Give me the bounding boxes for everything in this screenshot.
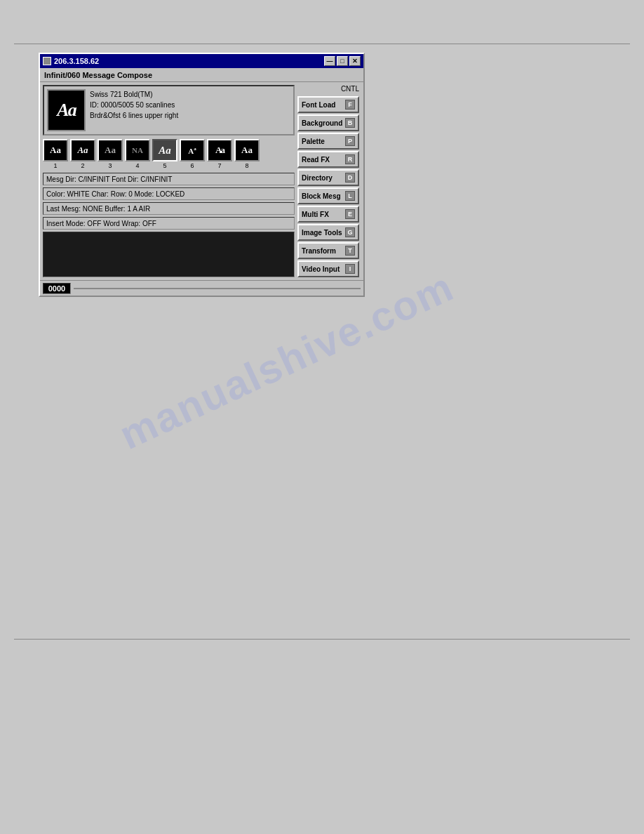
left-panel: Aa Swiss 721 Bold(TM) ID: 0000/5005 50 s… xyxy=(43,85,295,277)
font-load-button[interactable]: Font Load F xyxy=(297,96,359,113)
font-style-4[interactable]: NA 4 xyxy=(125,139,150,169)
font-style-box-6[interactable]: Aa xyxy=(180,139,205,161)
last-mesg-buffer-row: Last Mesg: NONE Buffer: 1 A AIR xyxy=(43,202,295,215)
font-info: Swiss 721 Bold(TM) ID: 0000/5005 50 scan… xyxy=(90,89,178,131)
font-info-line2: ID: 0000/5005 50 scanlines xyxy=(90,100,178,110)
read-fx-label: Read FX xyxy=(302,156,330,164)
palette-label: Palette xyxy=(302,138,325,145)
cntl-panel: CNTL Font Load F Background B Palette P xyxy=(297,85,361,277)
status-bar: 0000 xyxy=(40,280,363,296)
mesg-font-dir-row: Mesg Dir: C/INFINIT Font Dir: C/INFINIT xyxy=(43,173,295,185)
font-load-key: F xyxy=(345,100,355,110)
background-key: B xyxy=(345,118,355,128)
font-style-5[interactable]: Aa 5 xyxy=(152,139,177,169)
font-style-box-3[interactable]: Aa xyxy=(98,139,123,161)
font-preview-area: Aa Swiss 721 Bold(TM) ID: 0000/5005 50 s… xyxy=(43,85,295,135)
video-input-button[interactable]: Video Input I xyxy=(297,260,359,277)
cntl-label: CNTL xyxy=(297,85,361,95)
background-button[interactable]: Background B xyxy=(297,114,359,131)
window-icon xyxy=(43,57,51,65)
maximize-button[interactable]: □ xyxy=(337,56,348,66)
read-fx-key: R xyxy=(345,154,355,164)
font-style-box-7[interactable]: Aa xyxy=(207,139,232,161)
read-fx-button[interactable]: Read FX R xyxy=(297,151,359,168)
font-style-1[interactable]: Aa 1 xyxy=(43,139,68,169)
top-rule xyxy=(14,44,630,44)
video-input-key: I xyxy=(345,264,355,274)
multi-fx-key: E xyxy=(345,209,355,219)
directory-key: D xyxy=(345,173,355,183)
background-label: Background xyxy=(302,119,342,127)
status-code: 0000 xyxy=(43,283,71,294)
font-style-box-1[interactable]: Aa xyxy=(43,139,68,161)
font-style-box-5[interactable]: Aa xyxy=(152,139,177,161)
main-content: Aa Swiss 721 Bold(TM) ID: 0000/5005 50 s… xyxy=(40,82,363,280)
window-title: 206.3.158.62 xyxy=(54,57,99,65)
font-info-line3: Brdr&Ofst 6 lines upper right xyxy=(90,110,178,121)
color-char-mode-row: Color: WHITE Char: Row: 0 Mode: LOCKED xyxy=(43,187,295,200)
main-window: 206.3.158.62 — □ ✕ Infinit/060 Message C… xyxy=(39,53,365,297)
palette-key: P xyxy=(345,136,355,146)
block-mesg-button[interactable]: Block Mesg L xyxy=(297,187,359,204)
transform-key: T xyxy=(345,246,355,256)
mesg-font-dir-text: Mesg Dir: C/INFINIT Font Dir: C/INFINIT xyxy=(46,176,172,183)
bottom-rule xyxy=(14,639,630,640)
minimize-button[interactable]: — xyxy=(324,56,335,66)
font-preview-icon-text: Aa xyxy=(57,100,75,121)
font-style-box-2[interactable]: Aa xyxy=(70,139,95,161)
page-background: 206.3.158.62 — □ ✕ Infinit/060 Message C… xyxy=(0,0,644,834)
font-style-8[interactable]: Aa 8 xyxy=(234,139,260,169)
font-style-row: Aa 1 Aa 2 Aa xyxy=(43,138,295,171)
block-mesg-label: Block Mesg xyxy=(302,192,341,200)
menu-bar: Infinit/060 Message Compose xyxy=(40,68,363,82)
last-mesg-buffer-text: Last Mesg: NONE Buffer: 1 A AIR xyxy=(46,205,150,213)
palette-button[interactable]: Palette P xyxy=(297,133,359,150)
font-preview-icon: Aa xyxy=(47,89,86,131)
font-style-box-4[interactable]: NA xyxy=(125,139,150,161)
block-mesg-key: L xyxy=(345,191,355,201)
font-style-box-8[interactable]: Aa xyxy=(234,139,260,161)
font-style-7[interactable]: Aa 7 xyxy=(207,139,232,169)
status-bar-line xyxy=(74,288,361,289)
transform-button[interactable]: Transform T xyxy=(297,242,359,259)
font-style-3[interactable]: Aa 3 xyxy=(98,139,123,169)
multi-fx-label: Multi FX xyxy=(302,211,329,218)
font-info-line1: Swiss 721 Bold(TM) xyxy=(90,89,178,100)
transform-label: Transform xyxy=(302,247,336,255)
video-input-label: Video Input xyxy=(302,265,340,273)
insert-word-wrap-text: Insert Mode: OFF Word Wrap: OFF xyxy=(46,220,156,227)
title-bar: 206.3.158.62 — □ ✕ xyxy=(40,54,363,68)
image-tools-button[interactable]: Image Tools G xyxy=(297,224,359,241)
font-style-6[interactable]: Aa 6 xyxy=(180,139,205,169)
close-button[interactable]: ✕ xyxy=(349,56,361,66)
directory-label: Directory xyxy=(302,174,333,182)
insert-word-wrap-row: Insert Mode: OFF Word Wrap: OFF xyxy=(43,217,295,230)
image-tools-label: Image Tools xyxy=(302,229,342,237)
font-style-2[interactable]: Aa 2 xyxy=(70,139,95,169)
font-load-label: Font Load xyxy=(302,101,335,109)
directory-button[interactable]: Directory D xyxy=(297,169,359,186)
color-char-mode-text: Color: WHITE Char: Row: 0 Mode: LOCKED xyxy=(46,190,185,198)
compose-area[interactable] xyxy=(43,232,295,277)
image-tools-key: G xyxy=(345,227,355,237)
multi-fx-button[interactable]: Multi FX E xyxy=(297,206,359,223)
menu-bar-text: Infinit/060 Message Compose xyxy=(44,71,152,79)
